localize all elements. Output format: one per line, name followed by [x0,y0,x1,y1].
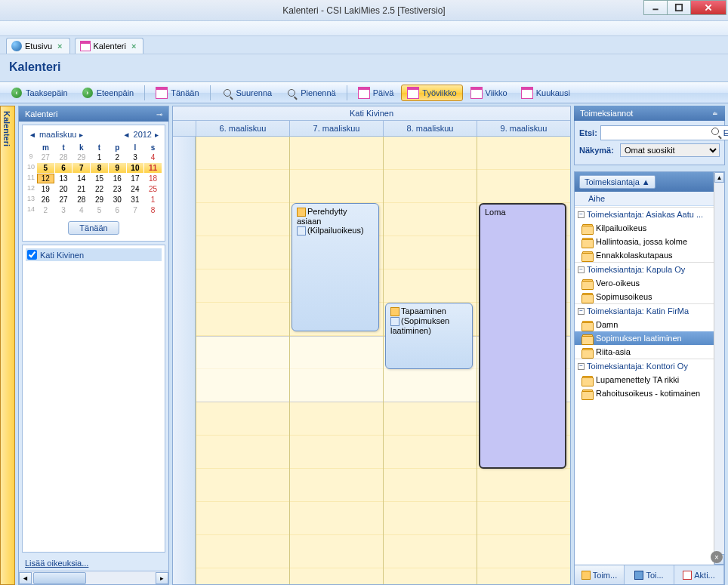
view-select[interactable]: Omat suosikit [620,143,720,157]
calendar-day[interactable]: 1 [144,195,162,205]
v-scrollbar[interactable]: ▲ ▼ [714,172,724,565]
forward-button[interactable]: ›Eteenpäin [76,85,140,101]
person-checkbox[interactable] [27,250,37,260]
maximize-button[interactable] [667,0,691,15]
workweek-view-button[interactable]: Työviikko [401,85,462,101]
add-rights-link[interactable]: Lisää oikeuksia... [25,559,88,568]
tree-item[interactable]: Sopimuksen laatiminen [575,331,714,345]
zoom-in-button[interactable]: Suurenna [215,85,279,101]
calendar-day[interactable]: 15 [91,174,108,183]
group-by-button[interactable]: Toimeksiantaja ▲ [579,175,656,189]
calendar-day[interactable]: 6 [55,163,72,173]
minimize-button[interactable] [643,0,668,15]
calendar-day[interactable]: 1 [91,152,108,162]
calendar-day[interactable]: 28 [72,195,90,205]
day-header[interactable]: 6. maaliskuu [196,121,289,136]
tree-column-header[interactable]: Aihe [575,192,724,206]
calendar-day[interactable]: 30 [109,195,126,205]
collapse-icon[interactable]: − [578,308,585,315]
day-view-button[interactable]: Päivä [352,85,400,101]
calendar-day[interactable]: 12 [37,174,54,183]
calendar-day[interactable]: 14 [72,174,90,183]
calendar-day[interactable]: 29 [91,195,108,205]
today-button[interactable]: Tänään [68,221,119,235]
calendar-day[interactable]: 23 [109,184,126,194]
calendar-day[interactable]: 5 [37,163,54,173]
next-year-button[interactable]: ▸ [152,131,162,139]
pin-icon[interactable]: ⊸ [156,110,162,119]
bottom-tab[interactable]: Toim... [575,565,625,584]
calendar-day[interactable]: 26 [37,195,54,205]
tree-item[interactable]: Sopimusoikeus [575,290,714,303]
tab-close-icon[interactable]: × [55,42,64,51]
calendar-day[interactable]: 8 [91,163,108,173]
today-button[interactable]: Tänään [150,85,205,101]
tab-close-icon[interactable]: × [129,42,138,51]
tree-item[interactable]: Lupamenettely TA rikki [575,373,714,386]
search-button[interactable]: Etsi [708,126,728,140]
day-header[interactable]: 8. maaliskuu [383,121,477,136]
calendar-day[interactable]: 29 [72,152,90,162]
calendar-day[interactable]: 19 [37,184,54,194]
tree-item[interactable]: Hallintoasia, jossa kolme [575,235,714,248]
close-button[interactable] [690,0,726,15]
month-view-button[interactable]: Kuukausi [515,85,576,101]
panel-close-icon[interactable]: × [711,551,723,563]
calendar-day[interactable]: 6 [109,205,126,215]
calendar-day[interactable]: 5 [91,205,108,215]
calendar-day[interactable]: 3 [127,152,144,162]
calendar-day[interactable]: 3 [55,205,72,215]
tree-group-header[interactable]: −Toimeksiantaja: Asiakas Aatu ... [575,207,714,221]
tree-group-header[interactable]: −Toimeksiantaja: Katin FirMa [575,303,714,318]
tab-etusivu[interactable]: Etusivu × [6,38,70,54]
calendar-day[interactable]: 2 [109,152,126,162]
tab-kalenteri[interactable]: Kalenteri × [75,38,144,54]
scroll-up-button[interactable]: ▲ [714,172,724,183]
prev-month-button[interactable]: ◄ [26,131,39,139]
collapse-icon[interactable]: − [578,363,585,370]
calendar-day[interactable]: 17 [127,174,144,183]
calendar-day[interactable]: 7 [127,205,144,215]
calendar-day[interactable]: 7 [72,163,90,173]
collapse-icon[interactable]: − [578,211,585,218]
calendar-day[interactable]: 4 [72,205,90,215]
calendar-day[interactable]: 27 [55,195,72,205]
h-scrollbar[interactable]: ◄ ▸ [19,571,168,584]
calendar-event[interactable]: Perehdytty asiaan(Kilpailuoikeus) [292,203,379,331]
calendar-event[interactable]: Loma [479,203,566,469]
side-tab-kalenteri[interactable]: Kalenteri [0,106,15,585]
calendar-day[interactable]: 10 [127,163,144,173]
scroll-left-button[interactable]: ◄ [19,572,32,584]
calendar-day[interactable]: 9 [109,163,126,173]
prev-year-button[interactable]: ◄ [120,131,134,139]
zoom-out-button[interactable]: Pienennä [279,85,342,101]
scroll-right-button[interactable]: ▸ [156,572,168,584]
search-input[interactable] [601,127,708,139]
bottom-tab[interactable]: Akti... [674,565,724,584]
calendar-day[interactable]: 21 [72,184,90,194]
day-header[interactable]: 7. maaliskuu [289,121,383,136]
tree-item[interactable]: Rahoitusoikeus - kotimainen [575,386,714,400]
tree-item[interactable]: Kilpailuoikeus [575,221,714,235]
tree-item[interactable]: Ennakkolaskutapaus [575,248,714,262]
calendar-day[interactable]: 11 [144,163,162,173]
calendar-day[interactable]: 8 [144,205,162,215]
pin-icon[interactable]: ⫨ [711,109,719,118]
calendar-day[interactable]: 13 [55,174,72,183]
calendar-day[interactable]: 24 [127,184,144,194]
tree-item[interactable]: Damn [575,318,714,331]
calendar-day[interactable]: 4 [144,152,162,162]
month-dropdown-button[interactable]: ▸ [76,131,86,139]
calendar-day[interactable]: 31 [127,195,144,205]
calendar-day[interactable]: 16 [109,174,126,183]
calendar-day[interactable]: 27 [37,152,54,162]
back-button[interactable]: ‹Taaksepäin [5,85,74,101]
calendar-check-item[interactable]: Kati Kivinen [26,248,162,261]
calendar-day[interactable]: 25 [144,184,162,194]
bottom-tab[interactable]: Toi... [625,565,674,584]
tree-item[interactable]: Vero-oikeus [575,276,714,290]
collapse-icon[interactable]: − [578,266,585,273]
calendar-day[interactable]: 18 [144,174,162,183]
scroll-thumb[interactable] [33,572,86,584]
grid-body[interactable]: Perehdytty asiaan(Kilpailuoikeus)Tapaami… [173,137,570,584]
